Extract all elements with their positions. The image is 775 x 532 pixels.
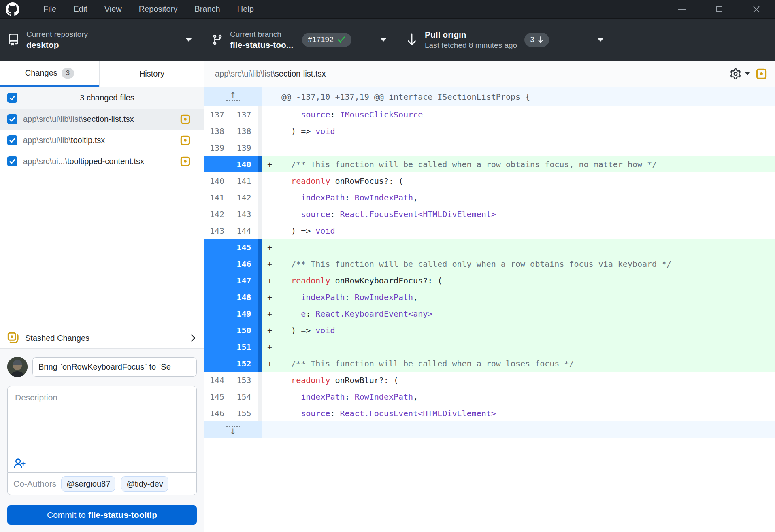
line-select-strip (258, 106, 262, 123)
file-checkbox[interactable] (7, 114, 17, 124)
maximize-button[interactable] (700, 0, 738, 18)
stashed-changes-row[interactable]: Stashed Changes (0, 328, 204, 349)
minimize-button[interactable] (663, 0, 700, 18)
file-row[interactable]: app\src\ui\lib\list\section-list.tsx (0, 109, 204, 130)
old-line-number (204, 255, 230, 272)
diff-row[interactable]: 141142 indexPath: RowIndexPath, (204, 189, 775, 206)
line-select-strip (258, 222, 262, 239)
file-checkbox[interactable] (7, 156, 17, 166)
chevron-down-icon (185, 38, 192, 42)
diff-file-header: app\src\ui\lib\list\section-list.tsx (204, 61, 775, 87)
line-select-strip (258, 305, 262, 322)
tab-history[interactable]: History (99, 61, 204, 87)
menu-item-branch[interactable]: Branch (186, 0, 228, 18)
old-line-number (204, 289, 230, 305)
old-line-number: 137 (204, 106, 230, 123)
diff-row[interactable]: 140141 readonly onRowFocus?: ( (204, 172, 775, 189)
pull-dropdown-button[interactable] (584, 19, 617, 61)
diff-row[interactable]: 139139 (204, 139, 775, 156)
expand-hunk-down-button[interactable]: ↓ (204, 421, 262, 438)
toolbar-empty-space (617, 19, 775, 61)
line-select-strip (258, 172, 262, 189)
commit-button[interactable]: Commit to file-status-tooltip (7, 505, 197, 525)
diff-row[interactable]: 144153 readonly onRowBlur?: ( (204, 372, 775, 388)
new-line-number: 148 (230, 289, 258, 305)
diff-row[interactable]: 140+ /** This function will be called wh… (204, 156, 775, 172)
diff-row[interactable]: 146+ /** This function will be called on… (204, 255, 775, 272)
pull-origin-title: Pull origin (425, 29, 517, 40)
diff-row[interactable]: 138138 ) => void (204, 123, 775, 139)
code-line: + ) => void (262, 322, 775, 338)
modified-status-icon (180, 156, 190, 166)
coauthor-pill[interactable]: @tidy-dev (121, 476, 168, 492)
menu-item-view[interactable]: View (96, 0, 130, 18)
commit-description-textarea[interactable]: Description (7, 386, 197, 473)
old-line-number (204, 272, 230, 289)
changed-files-header: 3 changed files (0, 87, 204, 109)
new-line-number: 149 (230, 305, 258, 322)
diff-row[interactable]: 151+ (204, 338, 775, 355)
diff-row[interactable]: 137137 source: IMouseClickSource (204, 106, 775, 123)
menu-item-file[interactable]: File (35, 0, 65, 18)
expand-down-icon: ↓ (230, 428, 236, 435)
old-line-number: 143 (204, 222, 230, 239)
coauthor-pill[interactable]: @sergiou87 (61, 476, 115, 492)
diff-row[interactable]: 148+ indexPath: RowIndexPath, (204, 289, 775, 305)
diff-row[interactable]: 150+ ) => void (204, 322, 775, 338)
new-line-number: 150 (230, 322, 258, 338)
diff-marker: + (267, 342, 281, 352)
modified-status-icon (180, 135, 190, 145)
code-line: source: React.FocusEvent<HTMLDivElement> (262, 206, 775, 222)
diff-row[interactable]: 146155 source: React.FocusEvent<HTMLDivE… (204, 405, 775, 421)
diff-path-file: section-list.tsx (275, 69, 326, 78)
maximize-icon (716, 6, 722, 12)
old-line-number: 138 (204, 123, 230, 139)
current-repository-button[interactable]: Current repository desktop (0, 19, 201, 61)
line-select-strip (258, 272, 262, 289)
sidebar: Changes 3 History 3 changed files app\sr… (0, 61, 204, 532)
current-branch-label: Current branch (230, 29, 293, 39)
diff-row[interactable]: 145154 indexPath: RowIndexPath, (204, 388, 775, 405)
minimize-icon (678, 9, 686, 10)
close-button[interactable] (738, 0, 775, 18)
diff-file-path: app\src\ui\lib\list\section-list.tsx (215, 69, 326, 79)
code-line: + readonly onRowKeyboardFocus?: ( (262, 272, 775, 289)
modified-status-icon (180, 114, 190, 124)
file-row[interactable]: app\src\ui\lib\tooltip.tsx (0, 130, 204, 151)
file-path: app\src\ui\lib\tooltip.tsx (23, 136, 180, 145)
diff-marker: + (267, 326, 281, 335)
menu-item-edit[interactable]: Edit (65, 0, 96, 18)
old-line-number (204, 322, 230, 338)
file-row[interactable]: app\src\ui...\tooltipped-content.tsx (0, 151, 204, 172)
expand-hunk-up-button[interactable]: ↑ (204, 87, 262, 106)
menubar: FileEditViewRepositoryBranchHelp (0, 0, 775, 18)
select-all-checkbox[interactable] (7, 93, 17, 103)
new-line-number: 154 (230, 388, 258, 405)
code-line: readonly onRowBlur?: ( (262, 372, 775, 388)
menu-item-repository[interactable]: Repository (130, 0, 186, 18)
description-placeholder: Description (15, 393, 57, 402)
tab-changes[interactable]: Changes 3 (0, 61, 99, 87)
add-coauthor-icon[interactable] (13, 458, 26, 468)
close-icon (752, 5, 760, 13)
tab-changes-label: Changes (25, 68, 57, 78)
diff-marker: + (267, 292, 281, 302)
diff-row[interactable]: 147+ readonly onRowKeyboardFocus?: ( (204, 272, 775, 289)
line-select-strip (258, 388, 262, 405)
diff-row[interactable]: 145+ (204, 239, 775, 255)
pull-origin-button[interactable]: Pull origin Last fetched 8 minutes ago 3 (396, 19, 584, 61)
commit-summary-input[interactable]: Bring `onRowKeyboardFocus` to `Se (32, 357, 197, 377)
diff-row[interactable]: 142143 source: React.FocusEvent<HTMLDivE… (204, 206, 775, 222)
coauthors-label: Co-Authors (13, 479, 56, 489)
diff-row[interactable]: 152+ /** This function will be called wh… (204, 355, 775, 372)
file-checkbox[interactable] (7, 135, 17, 145)
line-select-strip (258, 405, 262, 421)
diff-row[interactable]: 143144 ) => void (204, 222, 775, 239)
diff-row[interactable]: 149+ e: React.KeyboardEvent<any> (204, 305, 775, 322)
menu-item-help[interactable]: Help (229, 0, 262, 18)
current-branch-button[interactable]: Current branch file-status-too... #17192 (201, 19, 396, 61)
file-list: app\src\ui\lib\list\section-list.tsxapp\… (0, 109, 204, 172)
diff-options-button[interactable] (730, 68, 750, 79)
new-line-number: 153 (230, 372, 258, 388)
coauthors-input[interactable]: Co-Authors @sergiou87@tidy-dev (7, 473, 197, 495)
